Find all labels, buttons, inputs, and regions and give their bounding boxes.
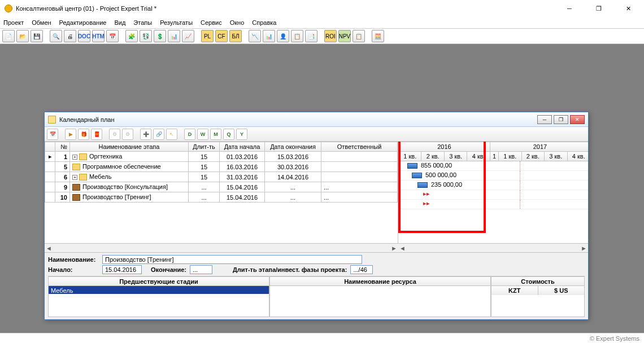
dtool-4[interactable]: 🧧 <box>91 129 102 140</box>
start-field[interactable]: 15.04.2016 <box>102 265 142 274</box>
dtool-M[interactable]: M <box>210 129 221 140</box>
tool-e1[interactable]: 🧮 <box>372 30 384 42</box>
end-field[interactable]: ... <box>190 265 212 274</box>
dtool-ptr[interactable]: ↖ <box>166 129 177 140</box>
col-name[interactable]: Наименование этапа <box>70 142 189 152</box>
menu-edit[interactable]: Редактирование <box>59 19 107 26</box>
tool-print-preview[interactable]: 🔍 <box>50 30 62 42</box>
tool-c4[interactable]: 📋 <box>291 30 303 42</box>
dtool-2[interactable]: ▶ <box>65 129 76 140</box>
col-resp[interactable]: Ответственный <box>321 142 398 152</box>
tool-open[interactable]: 📂 <box>16 30 29 42</box>
tool-bl[interactable]: БЛ <box>229 30 242 42</box>
tool-d1[interactable]: 📋 <box>353 30 365 42</box>
hscroll-left[interactable]: ◄► <box>45 243 398 252</box>
dtool-5[interactable]: ⚙ <box>109 129 120 140</box>
dtool-D[interactable]: D <box>184 129 195 140</box>
dlg-close[interactable]: ✕ <box>570 115 585 124</box>
col-start[interactable]: Дата начала <box>220 142 265 152</box>
dtool-6[interactable]: ⚙ <box>122 129 133 140</box>
tool-print[interactable]: 🖨 <box>64 30 76 42</box>
dtool-Q[interactable]: Q <box>223 129 234 140</box>
q-cell: 4 кв. <box>467 152 490 161</box>
gantt-row: 855 000,00 <box>398 161 588 171</box>
col-end[interactable]: Дата окончания <box>265 142 321 152</box>
dur-field[interactable]: .../46 <box>350 265 373 274</box>
table-row[interactable]: 6+Мебель1531.03.201614.04.2016 <box>45 172 398 182</box>
maximize-button[interactable]: ❐ <box>588 2 610 15</box>
tool-save[interactable]: 💾 <box>31 30 43 42</box>
resource-panel[interactable]: Наименование ресурса <box>269 276 491 317</box>
menu-results[interactable]: Результаты <box>160 19 193 26</box>
q-cell: 3 кв. <box>545 152 567 161</box>
tool-c3[interactable]: 👤 <box>277 30 289 42</box>
col-dur[interactable]: Длит-ть <box>189 142 220 152</box>
year-2017: 2017 <box>490 142 588 152</box>
dtool-Y[interactable]: Y <box>236 129 247 140</box>
table-row[interactable]: 5Программное обеспечение1516.03.201630.0… <box>45 162 398 172</box>
dtool-3[interactable]: 🎁 <box>78 129 89 140</box>
tool-b5[interactable]: 📈 <box>182 30 194 42</box>
tool-npv[interactable]: NPV <box>338 30 351 42</box>
tool-b1[interactable]: 🧩 <box>125 30 138 42</box>
tool-c1[interactable]: 📉 <box>249 30 261 42</box>
resource-header: Наименование ресурса <box>270 277 490 286</box>
detail-panel: Наименование: Производство [Тренинг] Нач… <box>45 252 588 319</box>
tool-new[interactable]: 📄 <box>2 30 15 42</box>
tool-cf[interactable]: CF <box>215 30 228 42</box>
dtool-add[interactable]: ➕ <box>140 129 151 140</box>
tool-b2[interactable]: 💱 <box>140 30 152 42</box>
cost-panel[interactable]: Стоимость KZT $ US <box>491 276 585 317</box>
q-cell: 2 кв. <box>421 152 444 161</box>
tool-c5[interactable]: 📑 <box>305 30 317 42</box>
menu-service[interactable]: Сервис <box>201 19 222 26</box>
gantt-chart[interactable]: 2016 2017 1 кв. 2 кв. 3 кв. 4 кв. 1 1 кв… <box>398 142 588 243</box>
dialog-titlebar[interactable]: Календарный план ─ ❐ ✕ <box>45 112 588 127</box>
dtool-W[interactable]: W <box>197 129 208 140</box>
dlg-minimize[interactable]: ─ <box>537 115 552 124</box>
menu-view[interactable]: Вид <box>114 19 125 26</box>
menu-help[interactable]: Справка <box>252 19 276 26</box>
statusbar: © Expert Systems <box>0 333 644 343</box>
dialog-title: Календарный план <box>59 116 115 123</box>
dtool-link[interactable]: 🔗 <box>153 129 164 140</box>
stages-grid[interactable]: № Наименование этапа Длит-ть Дата начала… <box>45 142 398 243</box>
menu-stages[interactable]: Этапы <box>133 19 152 26</box>
hscroll-right[interactable]: ◄► <box>398 243 588 252</box>
table-row[interactable]: 10Производство [Тренинг]...15.04.2016...… <box>45 192 398 203</box>
window-title: Консалтинговый центр (01) - Project Expe… <box>16 5 156 12</box>
table-row[interactable]: 9Производство [Консультация]...15.04.201… <box>45 182 398 192</box>
menu-project[interactable]: Проект <box>3 19 24 26</box>
tool-c2[interactable]: 📊 <box>263 30 275 42</box>
q-cell: 1 кв. <box>399 152 421 161</box>
col-num[interactable]: № <box>55 142 70 152</box>
dlg-maximize[interactable]: ❐ <box>554 115 568 124</box>
tool-roi[interactable]: ROI <box>324 30 337 42</box>
tool-html[interactable]: HTM <box>92 30 105 42</box>
table-row[interactable]: ▸1+Оргтехника1501.03.201615.03.2016 <box>45 152 398 162</box>
menu-exchange[interactable]: Обмен <box>32 19 51 26</box>
gantt-bar[interactable] <box>412 173 422 178</box>
minimize-button[interactable]: ─ <box>558 2 581 15</box>
gantt-bar[interactable] <box>407 163 417 169</box>
cost-kzt: KZT <box>491 286 538 295</box>
dtool-1[interactable]: 📅 <box>47 129 58 140</box>
tool-b3[interactable]: 💲 <box>154 30 166 42</box>
tool-calendar[interactable]: 📅 <box>106 30 119 42</box>
menu-window[interactable]: Окно <box>230 19 245 26</box>
name-field[interactable]: Производство [Тренинг] <box>102 255 362 264</box>
gantt-row: ▸▸ <box>398 190 588 200</box>
tool-doc[interactable]: DOC <box>78 30 90 42</box>
q-cell: 1 <box>490 152 498 161</box>
cost-usd: $ US <box>538 286 585 295</box>
q-cell: 2 кв. <box>521 152 544 161</box>
tool-pl[interactable]: PL <box>201 30 214 42</box>
close-button[interactable]: ✕ <box>617 2 639 15</box>
preceding-stages-panel[interactable]: Предшествующие стадии Мебель <box>48 276 269 317</box>
q-cell: 4 кв. <box>567 152 588 161</box>
grid-container: № Наименование этапа Длит-ть Дата начала… <box>45 142 588 243</box>
preceding-selected[interactable]: Мебель <box>49 286 269 294</box>
gantt-bar[interactable] <box>417 182 428 188</box>
tool-b4[interactable]: 📊 <box>168 30 180 42</box>
dur-label: Длит-ть этапа/инвест. фазы проекта: <box>233 266 347 273</box>
